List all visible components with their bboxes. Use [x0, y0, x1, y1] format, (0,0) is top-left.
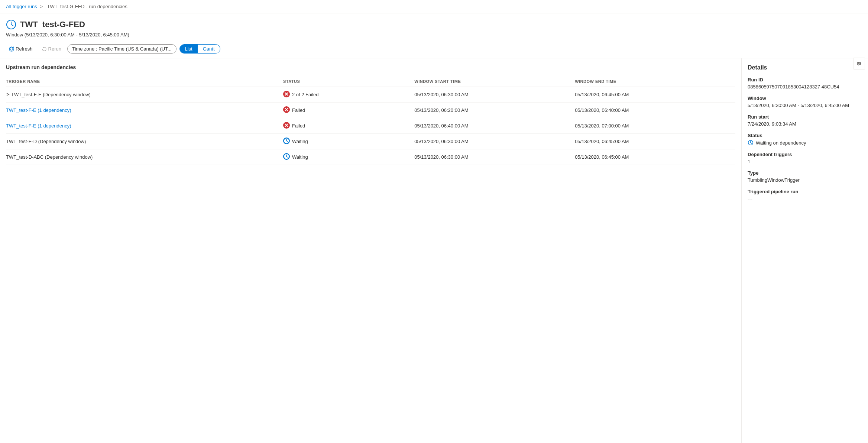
- detail-run-id: Run ID 085860597507091853004128327 48CU5…: [748, 77, 862, 90]
- breadcrumb: All trigger runs > TWT_test-G-FED - run …: [0, 0, 868, 13]
- col-window-start: WINDOW START TIME: [414, 76, 575, 87]
- status-text: Waiting: [292, 154, 308, 160]
- trigger-name-text: TWT_test-E-D (Dependency window): [6, 139, 86, 144]
- rerun-button[interactable]: Rerun: [39, 45, 64, 53]
- window-end-cell: 05/13/2020, 06:45:00 AM: [575, 149, 735, 165]
- window-end-cell: 05/13/2020, 07:00:00 AM: [575, 118, 735, 134]
- status-label: Status: [748, 133, 862, 138]
- table-row: TWT_test-F-E (1 dependency)Failed05/13/2…: [6, 118, 735, 134]
- status-value: Waiting on dependency: [748, 140, 862, 146]
- status-text: Failed: [292, 123, 305, 129]
- failed-icon: [283, 91, 290, 98]
- main-layout: Upstream run dependencies TRIGGER NAME S…: [0, 58, 868, 443]
- main-content: Upstream run dependencies TRIGGER NAME S…: [0, 58, 742, 443]
- status-text: Waiting: [292, 139, 308, 144]
- waiting-icon: [283, 153, 290, 161]
- window-end-cell: 05/13/2020, 06:45:00 AM: [575, 134, 735, 149]
- failed-icon: [283, 122, 290, 130]
- dependent-triggers-value: 1: [748, 159, 862, 164]
- window-start-cell: 05/13/2020, 06:30:00 AM: [414, 134, 575, 149]
- detail-window: Window 5/13/2020, 6:30:00 AM - 5/13/2020…: [748, 96, 862, 108]
- run-id-label: Run ID: [748, 77, 862, 83]
- detail-status: Status Waiting on dependency: [748, 133, 862, 146]
- details-title: Details: [748, 64, 862, 71]
- trigger-name-link[interactable]: TWT_test-F-E (1 dependency): [6, 123, 71, 129]
- svg-point-9: [858, 64, 859, 65]
- triggered-pipeline-value: ---: [748, 196, 862, 201]
- trigger-name-cell: TWT_test-F-E (1 dependency): [6, 103, 283, 118]
- details-sidebar: Details Run ID 0858605975070918530041283…: [742, 58, 868, 443]
- detail-triggered-pipeline: Triggered pipeline run ---: [748, 189, 862, 201]
- page-title: TWT_test-G-FED: [6, 19, 862, 30]
- toolbar: Refresh Rerun Time zone : Pacific Time (…: [0, 44, 868, 58]
- status-text: 2 of 2 Failed: [292, 92, 319, 97]
- expand-icon[interactable]: [6, 93, 10, 96]
- triggered-pipeline-label: Triggered pipeline run: [748, 189, 862, 194]
- run-id-value: 085860597507091853004128327 48CU54: [748, 84, 862, 90]
- detail-run-start: Run start 7/24/2020, 9:03:34 AM: [748, 114, 862, 127]
- table-row: TWT_test-D-ABC (Dependency window)Waitin…: [6, 149, 735, 165]
- svg-point-7: [858, 62, 859, 63]
- svg-point-8: [859, 63, 861, 64]
- window-label: Window (5/13/2020, 6:30:00 AM - 5/13/202…: [6, 32, 862, 38]
- settings-button[interactable]: [853, 58, 865, 69]
- table-row: TWT_test-F-E (1 dependency)Failed05/13/2…: [6, 103, 735, 118]
- status-cell: Failed: [283, 103, 414, 118]
- refresh-button[interactable]: Refresh: [6, 45, 36, 53]
- trigger-name-link[interactable]: TWT_test-F-E (1 dependency): [6, 107, 71, 113]
- col-trigger-name: TRIGGER NAME: [6, 76, 283, 87]
- timezone-button[interactable]: Time zone : Pacific Time (US & Canada) (…: [67, 44, 176, 54]
- window-value: 5/13/2020, 6:30:00 AM - 5/13/2020, 6:45:…: [748, 103, 862, 108]
- window-end-cell: 05/13/2020, 06:45:00 AM: [575, 87, 735, 103]
- failed-icon: [283, 106, 290, 114]
- status-text: Failed: [292, 107, 305, 113]
- settings-icon: [856, 61, 862, 67]
- waiting-clock-icon: [748, 140, 754, 146]
- header-section: TWT_test-G-FED Window (5/13/2020, 6:30:0…: [0, 13, 868, 44]
- rerun-icon: [42, 46, 47, 52]
- window-start-cell: 05/13/2020, 06:30:00 AM: [414, 149, 575, 165]
- detail-dependent-triggers: Dependent triggers 1: [748, 152, 862, 164]
- run-start-label: Run start: [748, 114, 862, 120]
- status-cell: Failed: [283, 118, 414, 134]
- status-cell: Waiting: [283, 134, 414, 149]
- trigger-name-cell: TWT_test-E-D (Dependency window): [6, 134, 283, 149]
- breadcrumb-all-runs[interactable]: All trigger runs: [6, 4, 37, 9]
- detail-type: Type TumblingWindowTrigger: [748, 170, 862, 183]
- trigger-name-cell: TWT_test-F-E (1 dependency): [6, 118, 283, 134]
- trigger-name-cell: TWT_test-F-E (Dependency window): [6, 87, 283, 103]
- type-value: TumblingWindowTrigger: [748, 177, 862, 183]
- status-cell: 2 of 2 Failed: [283, 87, 414, 103]
- table-row: TWT_test-E-D (Dependency window)Waiting0…: [6, 134, 735, 149]
- trigger-name-text: TWT_test-F-E (Dependency window): [11, 92, 91, 97]
- run-start-value: 7/24/2020, 9:03:34 AM: [748, 121, 862, 127]
- trigger-name-text: TWT_test-D-ABC (Dependency window): [6, 154, 93, 160]
- window-end-cell: 05/13/2020, 06:40:00 AM: [575, 103, 735, 118]
- col-status: STATUS: [283, 76, 414, 87]
- table-row: TWT_test-F-E (Dependency window)2 of 2 F…: [6, 87, 735, 103]
- gantt-view-button[interactable]: Gantt: [198, 45, 220, 53]
- dependencies-table: TRIGGER NAME STATUS WINDOW START TIME WI…: [6, 76, 735, 165]
- refresh-icon: [9, 46, 14, 52]
- list-view-button[interactable]: List: [180, 45, 198, 53]
- trigger-name-cell: TWT_test-D-ABC (Dependency window): [6, 149, 283, 165]
- window-start-cell: 05/13/2020, 06:40:00 AM: [414, 118, 575, 134]
- col-window-end: WINDOW END TIME: [575, 76, 735, 87]
- breadcrumb-current: TWT_test-G-FED - run dependencies: [47, 4, 127, 9]
- clock-icon: [6, 19, 16, 30]
- waiting-icon: [283, 138, 290, 145]
- status-cell: Waiting: [283, 149, 414, 165]
- breadcrumb-separator: >: [40, 4, 43, 9]
- window-start-cell: 05/13/2020, 06:30:00 AM: [414, 87, 575, 103]
- dependent-triggers-label: Dependent triggers: [748, 152, 862, 157]
- section-title: Upstream run dependencies: [6, 64, 735, 70]
- view-toggle: List Gantt: [179, 44, 220, 54]
- type-label: Type: [748, 170, 862, 176]
- window-label: Window: [748, 96, 862, 101]
- window-start-cell: 05/13/2020, 06:20:00 AM: [414, 103, 575, 118]
